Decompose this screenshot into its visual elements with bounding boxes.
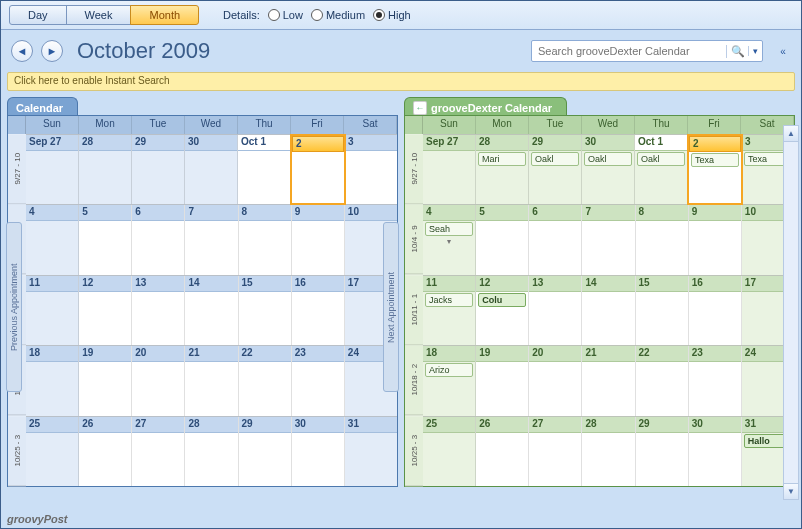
calendar-tab[interactable]: ←grooveDexter Calendar bbox=[404, 97, 567, 115]
details-radio-high[interactable]: High bbox=[373, 9, 411, 21]
day-cell[interactable]: 13 bbox=[132, 276, 185, 345]
week-label[interactable]: 10/25 - 3 bbox=[8, 416, 26, 486]
day-cell[interactable]: 5 bbox=[79, 205, 132, 274]
day-cell[interactable]: 21 bbox=[582, 346, 635, 415]
event-item[interactable]: Arizo bbox=[425, 363, 473, 377]
merge-arrow-icon[interactable]: ← bbox=[413, 101, 427, 115]
next-month-button[interactable]: ► bbox=[41, 40, 63, 62]
day-cell[interactable]: 7 bbox=[582, 205, 635, 274]
event-item[interactable]: Oakl bbox=[637, 152, 685, 166]
day-cell[interactable]: 31 bbox=[345, 417, 397, 486]
day-cell[interactable]: 14 bbox=[185, 276, 238, 345]
day-cell[interactable]: 14 bbox=[582, 276, 635, 345]
day-cell[interactable]: 2 bbox=[290, 134, 346, 205]
day-cell[interactable]: 6 bbox=[132, 205, 185, 274]
day-cell[interactable]: 12Colu bbox=[476, 276, 529, 345]
view-tab-day[interactable]: Day bbox=[9, 5, 67, 25]
day-cell[interactable]: 25 bbox=[26, 417, 79, 486]
day-cell[interactable]: 11Jacks bbox=[423, 276, 476, 345]
event-item[interactable]: Texa bbox=[691, 153, 739, 167]
day-cell[interactable]: 27 bbox=[529, 417, 582, 486]
week-label[interactable]: 9/27 - 10 bbox=[405, 134, 423, 204]
day-cell[interactable]: 28Mari bbox=[476, 135, 529, 204]
day-cell[interactable]: 18Arizo bbox=[423, 346, 476, 415]
day-cell[interactable]: 15 bbox=[636, 276, 689, 345]
day-cell[interactable]: 6 bbox=[529, 205, 582, 274]
day-cell[interactable]: 30Oakl bbox=[582, 135, 635, 204]
day-cell[interactable]: 29Oakl bbox=[529, 135, 582, 204]
instant-search-bar[interactable]: Click here to enable Instant Search bbox=[7, 72, 795, 91]
search-dropdown-icon[interactable]: ▾ bbox=[748, 46, 762, 56]
scroll-down-icon[interactable]: ▼ bbox=[784, 483, 798, 499]
calendar-tab[interactable]: Calendar bbox=[7, 97, 78, 115]
day-cell[interactable]: 30 bbox=[185, 135, 238, 204]
details-radio-medium[interactable]: Medium bbox=[311, 9, 365, 21]
event-item[interactable]: Jacks bbox=[425, 293, 473, 307]
day-cell[interactable]: 28 bbox=[185, 417, 238, 486]
day-cell[interactable]: 29 bbox=[132, 135, 185, 204]
day-cell[interactable]: 13 bbox=[529, 276, 582, 345]
week-label[interactable]: 9/27 - 10 bbox=[8, 134, 26, 204]
day-cell[interactable]: 3 bbox=[345, 135, 397, 204]
week-label[interactable]: 10/4 - 9 bbox=[405, 204, 423, 274]
event-item[interactable]: Oakl bbox=[531, 152, 579, 166]
day-cell[interactable]: 11 bbox=[26, 276, 79, 345]
day-cell[interactable]: 15 bbox=[239, 276, 292, 345]
day-cell[interactable]: 9 bbox=[689, 205, 742, 274]
details-radio-low[interactable]: Low bbox=[268, 9, 303, 21]
day-cell[interactable]: 12 bbox=[79, 276, 132, 345]
day-cell[interactable]: 2Texa bbox=[687, 134, 743, 205]
day-cell[interactable]: 7 bbox=[185, 205, 238, 274]
day-cell[interactable]: 28 bbox=[582, 417, 635, 486]
day-cell[interactable]: 25 bbox=[423, 417, 476, 486]
week-label[interactable]: 10/11 - 1 bbox=[405, 275, 423, 345]
day-cell[interactable]: 16 bbox=[292, 276, 345, 345]
day-cell[interactable]: 23 bbox=[292, 346, 345, 415]
day-cell[interactable]: 4 bbox=[26, 205, 79, 274]
search-box[interactable]: 🔍 ▾ bbox=[531, 40, 763, 62]
day-cell[interactable]: 9 bbox=[292, 205, 345, 274]
search-input[interactable] bbox=[532, 45, 726, 57]
day-cell[interactable]: 8 bbox=[636, 205, 689, 274]
event-item[interactable]: Colu bbox=[478, 293, 526, 307]
day-cell[interactable]: 30 bbox=[689, 417, 742, 486]
day-cell[interactable]: 29 bbox=[239, 417, 292, 486]
vertical-scrollbar[interactable]: ▲ ▼ bbox=[783, 125, 799, 500]
day-cell[interactable]: 28 bbox=[79, 135, 132, 204]
event-item[interactable]: Mari bbox=[478, 152, 526, 166]
day-cell[interactable]: Sep 27 bbox=[26, 135, 79, 204]
day-cell[interactable]: 22 bbox=[636, 346, 689, 415]
day-cell[interactable]: 16 bbox=[689, 276, 742, 345]
day-cell[interactable]: 4Seah▾ bbox=[423, 205, 476, 274]
day-cell[interactable]: 21 bbox=[185, 346, 238, 415]
event-item[interactable]: Oakl bbox=[584, 152, 632, 166]
search-icon[interactable]: 🔍 bbox=[726, 45, 748, 58]
more-events-icon[interactable]: ▾ bbox=[423, 237, 475, 246]
day-cell[interactable]: 26 bbox=[79, 417, 132, 486]
prev-appointment-handle[interactable]: Previous Appointment bbox=[6, 222, 22, 392]
day-cell[interactable]: Oct 1 bbox=[238, 135, 291, 204]
next-appointment-handle[interactable]: Next Appointment bbox=[383, 222, 399, 392]
scroll-up-icon[interactable]: ▲ bbox=[784, 126, 798, 142]
day-cell[interactable]: 19 bbox=[476, 346, 529, 415]
day-cell[interactable]: 20 bbox=[132, 346, 185, 415]
collapse-chevron-icon[interactable]: « bbox=[775, 46, 791, 57]
week-label[interactable]: 10/18 - 2 bbox=[405, 345, 423, 415]
day-cell[interactable]: 19 bbox=[79, 346, 132, 415]
day-cell[interactable]: 20 bbox=[529, 346, 582, 415]
day-cell[interactable]: 5 bbox=[476, 205, 529, 274]
day-cell[interactable]: 23 bbox=[689, 346, 742, 415]
day-cell[interactable]: 30 bbox=[292, 417, 345, 486]
week-label[interactable]: 10/25 - 3 bbox=[405, 416, 423, 486]
day-cell[interactable]: Sep 27 bbox=[423, 135, 476, 204]
day-cell[interactable]: 22 bbox=[239, 346, 292, 415]
event-item[interactable]: Seah bbox=[425, 222, 473, 236]
day-cell[interactable]: 29 bbox=[636, 417, 689, 486]
day-cell[interactable]: 27 bbox=[132, 417, 185, 486]
day-cell[interactable]: 26 bbox=[476, 417, 529, 486]
view-tab-week[interactable]: Week bbox=[66, 5, 132, 25]
day-cell[interactable]: 8 bbox=[239, 205, 292, 274]
day-cell[interactable]: 18 bbox=[26, 346, 79, 415]
prev-month-button[interactable]: ◄ bbox=[11, 40, 33, 62]
day-cell[interactable]: Oct 1Oakl bbox=[635, 135, 688, 204]
